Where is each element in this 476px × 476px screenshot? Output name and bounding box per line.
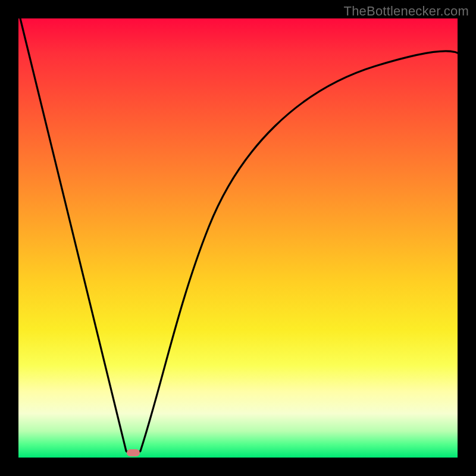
watermark-text: TheBottlenecker.com bbox=[344, 4, 469, 19]
plot-area bbox=[18, 18, 458, 458]
optimal-point-marker bbox=[127, 449, 140, 456]
chart-frame: TheBottlenecker.com bbox=[0, 0, 476, 476]
bottleneck-curve bbox=[18, 18, 458, 458]
